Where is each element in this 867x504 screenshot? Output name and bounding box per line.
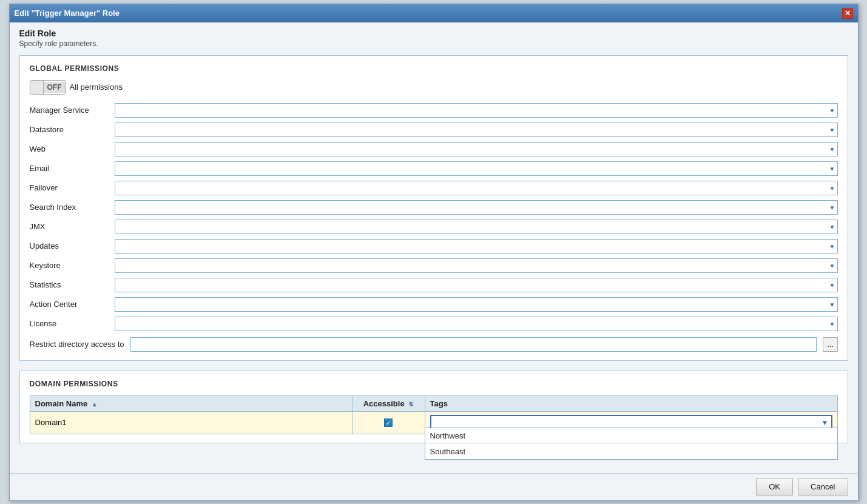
col-header-domain-name-label: Domain Name: [35, 399, 88, 408]
perm-select-license[interactable]: [115, 317, 838, 331]
dialog-titlebar: Edit "Trigger Manager" Role ✕: [10, 4, 858, 22]
perm-select-wrapper-statistics: ▼: [115, 278, 838, 292]
perm-label-failover: Failover: [30, 183, 109, 192]
col-header-accessible[interactable]: Accessible ⇅: [352, 395, 425, 411]
perm-select-wrapper-search-index: ▼: [115, 200, 838, 215]
perm-select-wrapper-action-center: ▼: [115, 297, 838, 312]
tags-cell: ▼ Northwest Southeast: [425, 411, 837, 434]
perm-label-license: License: [30, 319, 109, 328]
domain-permissions-section: DOMAIN PERMISSIONS Domain Name ▲ Accessi…: [19, 371, 848, 443]
perm-label-search-index: Search Index: [30, 203, 109, 212]
perm-select-updates[interactable]: [115, 239, 838, 254]
restrict-directory-input[interactable]: [130, 337, 817, 352]
col-header-domain-name[interactable]: Domain Name ▲: [30, 395, 352, 411]
edit-trigger-manager-dialog: Edit "Trigger Manager" Role ✕ Edit Role …: [9, 4, 859, 501]
toggle-off-label: OFF: [44, 82, 66, 93]
perm-label-jmx: JMX: [30, 222, 109, 231]
perm-select-wrapper-failover: ▼: [115, 181, 838, 195]
restrict-directory-row: Restrict directory access to ...: [30, 337, 838, 352]
perm-row-manager-service: Manager Service ▼: [30, 103, 838, 118]
perm-label-updates: Updates: [30, 241, 109, 250]
domain-name-cell: Domain1: [30, 411, 352, 434]
permissions-list: Manager Service ▼ Datastore ▼ We: [30, 103, 838, 331]
domain-table-header-row: Domain Name ▲ Accessible ⇅ Tags: [30, 395, 837, 411]
perm-label-keystore: Keystore: [30, 261, 109, 270]
global-permissions-section: GLOBAL PERMISSIONS OFF All permissions M…: [19, 55, 848, 361]
all-permissions-toggle[interactable]: OFF: [30, 80, 66, 95]
edit-role-title: Edit Role: [19, 29, 848, 38]
domain-permissions-table: Domain Name ▲ Accessible ⇅ Tags: [30, 395, 838, 434]
perm-select-keystore[interactable]: [115, 258, 838, 273]
perm-select-manager-service[interactable]: [115, 103, 838, 118]
cancel-button[interactable]: Cancel: [798, 479, 848, 496]
dialog-title: Edit "Trigger Manager" Role: [15, 8, 120, 18]
perm-label-email: Email: [30, 164, 109, 173]
edit-role-subtitle: Specify role parameters.: [19, 39, 848, 48]
perm-label-action-center: Action Center: [30, 300, 109, 309]
accessible-cell: ✓: [352, 411, 425, 434]
global-permissions-title: GLOBAL PERMISSIONS: [30, 64, 838, 73]
perm-label-manager-service: Manager Service: [30, 106, 109, 115]
tags-input[interactable]: [431, 418, 819, 427]
accessible-checkbox[interactable]: ✓: [384, 418, 393, 427]
perm-row-email: Email ▼: [30, 161, 838, 176]
restrict-browse-button[interactable]: ...: [823, 337, 837, 352]
perm-label-datastore: Datastore: [30, 125, 109, 134]
perm-select-web[interactable]: [115, 142, 838, 156]
domain-name-value: Domain1: [35, 418, 67, 427]
dialog-body: Edit Role Specify role parameters. GLOBA…: [10, 22, 858, 473]
perm-row-search-index: Search Index ▼: [30, 200, 838, 215]
toggle-left-side: [30, 81, 44, 94]
perm-select-wrapper-updates: ▼: [115, 239, 838, 254]
sort-asc-icon: ▲: [92, 401, 98, 408]
dialog-footer: OK Cancel: [10, 473, 858, 500]
sort-updown-icon: ⇅: [408, 401, 413, 408]
perm-select-email[interactable]: [115, 161, 838, 176]
perm-select-failover[interactable]: [115, 181, 838, 195]
close-button[interactable]: ✕: [842, 8, 853, 19]
perm-row-statistics: Statistics ▼: [30, 278, 838, 292]
perm-row-updates: Updates ▼: [30, 239, 838, 254]
perm-select-wrapper-keystore: ▼: [115, 258, 838, 273]
perm-row-jmx: JMX ▼: [30, 220, 838, 234]
perm-select-jmx[interactable]: [115, 220, 838, 234]
tags-option-southeast[interactable]: Southeast: [425, 444, 837, 459]
perm-row-keystore: Keystore ▼: [30, 258, 838, 273]
perm-select-statistics[interactable]: [115, 278, 838, 292]
perm-select-wrapper-manager-service: ▼: [115, 103, 838, 118]
all-permissions-row: OFF All permissions: [30, 80, 838, 95]
perm-label-statistics: Statistics: [30, 280, 109, 289]
perm-select-wrapper-jmx: ▼: [115, 220, 838, 234]
chevron-down-icon-tags[interactable]: ▼: [819, 418, 831, 427]
perm-select-wrapper-datastore: ▼: [115, 123, 838, 137]
perm-label-web: Web: [30, 144, 109, 153]
perm-select-wrapper-web: ▼: [115, 142, 838, 156]
tags-dropdown: Northwest Southeast: [425, 428, 838, 460]
table-row: Domain1 ✓ ▼ Northwest So: [30, 411, 837, 434]
perm-select-wrapper-email: ▼: [115, 161, 838, 176]
ok-button[interactable]: OK: [756, 479, 793, 496]
perm-row-datastore: Datastore ▼: [30, 123, 838, 137]
perm-select-datastore[interactable]: [115, 123, 838, 137]
perm-row-failover: Failover ▼: [30, 181, 838, 195]
all-permissions-label: All permissions: [70, 82, 123, 92]
perm-select-wrapper-license: ▼: [115, 317, 838, 331]
perm-row-license: License ▼: [30, 317, 838, 331]
perm-row-action-center: Action Center ▼: [30, 297, 838, 312]
col-header-accessible-label: Accessible: [363, 399, 405, 408]
domain-permissions-title: DOMAIN PERMISSIONS: [30, 380, 838, 388]
perm-select-action-center[interactable]: [115, 297, 838, 312]
restrict-directory-label: Restrict directory access to: [30, 340, 124, 349]
perm-row-web: Web ▼: [30, 142, 838, 156]
col-header-tags-label: Tags: [430, 399, 448, 408]
perm-select-search-index[interactable]: [115, 200, 838, 215]
col-header-tags: Tags: [425, 395, 837, 411]
tags-option-northwest[interactable]: Northwest: [425, 428, 837, 444]
